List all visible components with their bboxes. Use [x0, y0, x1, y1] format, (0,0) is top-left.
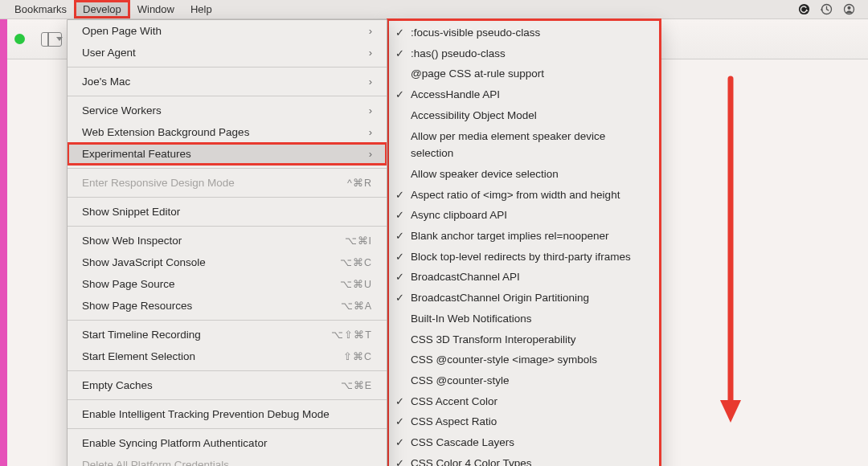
feature-label: CSS Accent Color [411, 395, 497, 407]
experimental-feature-item[interactable]: Accessibility Object Model [388, 105, 660, 126]
check-icon: ✓ [395, 393, 404, 411]
menu-label: Start Timeline Recording [82, 329, 201, 341]
menu-user-agent[interactable]: User Agent › [68, 42, 387, 63]
chevron-right-icon: › [369, 76, 372, 88]
menu-empty-caches[interactable]: Empty Caches ⌥⌘E [68, 374, 387, 396]
menu-web-inspector[interactable]: Show Web Inspector ⌥⌘I [68, 230, 387, 251]
experimental-feature-item[interactable]: ✓Aspect ratio of <img> from width and he… [388, 185, 660, 206]
experimental-feature-item[interactable]: ✓CSS Color 4 Color Types [388, 453, 660, 466]
experimental-feature-item[interactable]: ✓AccessHandle API [388, 84, 660, 105]
check-icon: ✓ [395, 186, 404, 204]
menu-timeline-recording[interactable]: Start Timeline Recording ⌥⇧⌘T [68, 324, 387, 345]
feature-label: Block top-level redirects by third-party… [411, 251, 631, 263]
menu-label: Enable Syncing Platform Authenticator [82, 437, 267, 449]
feature-label: Built-In Web Notifications [411, 313, 532, 325]
menubar: Bookmarks Develop Window Help [0, 0, 868, 19]
menu-separator [68, 197, 387, 198]
menu-label: Start Element Selection [82, 350, 195, 362]
menu-label: Enter Responsive Design Mode [82, 177, 235, 189]
experimental-feature-item[interactable]: ✓CSS Accent Color [388, 391, 660, 412]
experimental-feature-item[interactable]: Allow speaker device selection [388, 164, 660, 185]
traffic-light-green[interactable] [14, 34, 25, 44]
experimental-feature-item[interactable]: @page CSS at-rule support [388, 63, 660, 84]
experimental-features-submenu: ✓:focus-visible pseudo-class✓:has() pseu… [387, 19, 661, 466]
menu-label: Joe's Mac [82, 76, 130, 88]
feature-label: Blank anchor target implies rel=noopener [411, 230, 609, 242]
check-icon: ✓ [395, 289, 404, 307]
menu-snippet-editor[interactable]: Show Snippet Editor [68, 201, 387, 223]
menu-page-resources[interactable]: Show Page Resources ⌥⌘A [68, 295, 387, 317]
menu-enable-itp[interactable]: Enable Intelligent Tracking Prevention D… [68, 403, 387, 425]
experimental-feature-item[interactable]: CSS @counter-style [388, 370, 660, 391]
menu-label: Show Snippet Editor [82, 206, 180, 218]
menu-shortcut: ⌥⇧⌘T [331, 329, 372, 341]
menu-label: Show Web Inspector [82, 235, 182, 247]
chevron-right-icon: › [369, 47, 372, 59]
check-icon: ✓ [395, 45, 404, 63]
menu-js-console[interactable]: Show JavaScript Console ⌥⌘C [68, 251, 387, 273]
feature-label: Allow per media element speaker device s… [411, 130, 605, 160]
svg-point-3 [847, 6, 850, 10]
menu-label: Experimental Features [82, 148, 191, 160]
menu-enable-sync-authenticator[interactable]: Enable Syncing Platform Authenticator [68, 432, 387, 454]
experimental-feature-item[interactable]: ✓Blank anchor target implies rel=noopene… [388, 226, 660, 247]
menu-separator [68, 320, 387, 321]
menu-label: Web Extension Background Pages [82, 126, 249, 138]
menu-responsive-design[interactable]: Enter Responsive Design Mode ^⌘R [68, 172, 387, 194]
experimental-feature-item[interactable]: CSS 3D Transform Interoperability [388, 329, 660, 350]
feature-label: CSS Aspect Ratio [411, 415, 497, 427]
check-icon: ✓ [395, 413, 404, 431]
menubar-develop[interactable]: Develop [75, 1, 129, 18]
menu-page-source[interactable]: Show Page Source ⌥⌘U [68, 273, 387, 295]
menubar-bookmarks[interactable]: Bookmarks [6, 1, 75, 18]
experimental-feature-item[interactable]: ✓Block top-level redirects by third-part… [388, 247, 660, 268]
experimental-feature-item[interactable]: Built-In Web Notifications [388, 309, 660, 329]
feature-label: Aspect ratio of <img> from width and hei… [411, 189, 620, 201]
sidebar-toggle-icon[interactable] [41, 32, 62, 47]
feature-label: @page CSS at-rule support [411, 67, 544, 80]
menu-element-selection[interactable]: Start Element Selection ⇧⌘C [68, 345, 387, 367]
check-icon: ✓ [395, 86, 404, 104]
menu-label: Show JavaScript Console [82, 256, 206, 268]
user-icon[interactable] [842, 3, 855, 16]
menu-joes-mac[interactable]: Joe's Mac › [68, 71, 387, 92]
develop-menu: Open Page With › User Agent › Joe's Mac … [67, 19, 387, 466]
menubar-right [797, 3, 862, 16]
menu-shortcut: ⌥⌘C [340, 256, 372, 268]
menu-separator [68, 226, 387, 227]
menu-shortcut: ⇧⌘C [343, 350, 372, 362]
menu-open-page-with[interactable]: Open Page With › [68, 20, 387, 42]
menu-label: Enable Intelligent Tracking Prevention D… [82, 408, 330, 420]
experimental-feature-item[interactable]: ✓BroadcastChannel Origin Partitioning [388, 288, 660, 309]
chevron-right-icon: › [369, 25, 372, 37]
experimental-feature-item[interactable]: Allow per media element speaker device s… [388, 126, 660, 164]
menubar-help[interactable]: Help [182, 1, 220, 18]
menu-service-workers[interactable]: Service Workers › [68, 100, 387, 121]
experimental-feature-item[interactable]: ✓BroadcastChannel API [388, 267, 660, 288]
grammarly-icon[interactable] [797, 3, 810, 16]
experimental-feature-item[interactable]: ✓:has() pseudo-class [388, 43, 660, 64]
scroll-arrow-annotation [720, 74, 760, 427]
menu-shortcut: ⌥⌘A [341, 300, 372, 312]
experimental-feature-item[interactable]: ✓CSS Aspect Ratio [388, 411, 660, 432]
experimental-feature-item[interactable]: ✓:focus-visible pseudo-class [388, 22, 660, 43]
history-icon[interactable] [820, 3, 833, 16]
menubar-left: Bookmarks Develop Window Help [6, 1, 220, 18]
menu-experimental-features[interactable]: Experimental Features › [68, 143, 387, 165]
experimental-feature-item[interactable]: ✓Async clipboard API [388, 205, 660, 226]
experimental-feature-item[interactable]: ✓CSS Cascade Layers [388, 432, 660, 453]
menu-web-extension-bg[interactable]: Web Extension Background Pages › [68, 121, 387, 143]
feature-label: CSS @counter-style [411, 374, 510, 386]
feature-label: BroadcastChannel Origin Partitioning [411, 292, 589, 304]
svg-marker-5 [720, 400, 741, 423]
menu-label: Empty Caches [82, 379, 153, 391]
menu-delete-platform-credentials[interactable]: Delete All Platform Credentials... [68, 454, 387, 466]
check-icon: ✓ [395, 227, 404, 245]
menu-shortcut: ^⌘R [347, 177, 372, 189]
menu-label: Delete All Platform Credentials... [82, 459, 238, 466]
menu-shortcut: ⌥⌘E [341, 379, 372, 391]
check-icon: ✓ [395, 24, 404, 42]
menu-label: Show Page Resources [82, 300, 192, 312]
experimental-feature-item[interactable]: CSS @counter-style <image> symbols [388, 350, 660, 370]
menubar-window[interactable]: Window [129, 1, 182, 18]
